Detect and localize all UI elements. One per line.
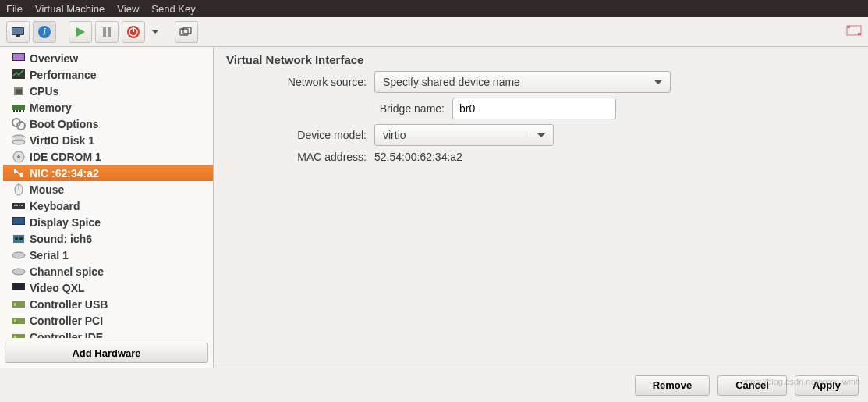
sidebar-item-channel-spice[interactable]: Channel spice	[3, 263, 213, 279]
svg-rect-38	[14, 205, 16, 206]
hardware-list: OverviewPerformanceCPUsMemoryBoot Option…	[3, 50, 213, 338]
cdrom-icon	[8, 150, 30, 164]
bridge-name-input[interactable]	[452, 98, 616, 119]
add-hardware-button[interactable]: Add Hardware	[5, 343, 208, 363]
panel-title: Virtual Network Interface	[226, 53, 856, 66]
sidebar-item-nic-62-34-a2[interactable]: NIC :62:34:a2	[3, 165, 213, 181]
sidebar-item-mouse[interactable]: Mouse	[3, 181, 213, 197]
mouse-icon	[8, 183, 30, 197]
nic-icon	[8, 166, 30, 180]
svg-rect-24	[19, 110, 21, 112]
bridge-name-label: Bridge name:	[226, 102, 452, 115]
sidebar-item-label: Memory	[30, 101, 72, 114]
sidebar: OverviewPerformanceCPUsMemoryBoot Option…	[0, 47, 214, 368]
snapshots-button[interactable]	[175, 21, 198, 43]
svg-rect-12	[183, 27, 191, 34]
sidebar-item-controller-usb[interactable]: Controller USB	[3, 296, 213, 312]
svg-rect-7	[108, 27, 111, 37]
sidebar-item-controller-pci[interactable]: Controller PCI	[3, 312, 213, 329]
sidebar-item-ide-cdrom-1[interactable]: IDE CDROM 1	[3, 148, 213, 165]
window-indicator-icon	[846, 25, 862, 39]
main-area: OverviewPerformanceCPUsMemoryBoot Option…	[0, 47, 868, 368]
sidebar-item-label: Controller USB	[30, 298, 108, 311]
svg-rect-52	[14, 303, 16, 306]
svg-point-46	[19, 237, 23, 240]
network-source-select[interactable]: Specify shared device name	[374, 71, 671, 93]
footer: Remove Cancel Apply	[0, 368, 868, 402]
svg-point-45	[15, 237, 18, 240]
device-model-select[interactable]: virtio	[374, 124, 554, 146]
svg-rect-22	[13, 110, 15, 112]
network-source-label: Network source:	[226, 76, 374, 88]
disk-icon	[8, 133, 30, 148]
sidebar-item-label: Controller IDE	[30, 331, 103, 339]
keyboard-icon	[8, 199, 30, 213]
svg-rect-10	[133, 27, 134, 32]
svg-rect-11	[180, 29, 188, 35]
play-icon	[75, 27, 86, 37]
sidebar-item-label: Channel spice	[30, 265, 104, 278]
sidebar-item-video-qxl[interactable]: Video QXL	[3, 279, 213, 296]
menu-virtual-machine[interactable]: Virtual Machine	[35, 3, 105, 15]
shutdown-menu-button[interactable]	[148, 21, 162, 43]
svg-rect-25	[23, 110, 24, 112]
run-button[interactable]	[69, 21, 92, 43]
svg-rect-15	[858, 33, 861, 35]
device-model-label: Device model:	[226, 129, 374, 141]
svg-rect-33	[14, 169, 16, 173]
serial-icon	[8, 248, 30, 262]
details-button[interactable]: i	[33, 21, 56, 43]
svg-point-32	[17, 155, 20, 158]
svg-point-30	[12, 140, 25, 144]
sidebar-item-label: Display Spice	[30, 216, 101, 229]
cpu-icon	[8, 84, 30, 98]
sidebar-item-label: Keyboard	[30, 200, 80, 212]
shutdown-button[interactable]	[122, 21, 145, 43]
sound-icon	[8, 232, 30, 246]
menu-file[interactable]: File	[6, 3, 23, 15]
menu-send-key[interactable]: Send Key	[151, 3, 195, 15]
svg-rect-21	[12, 105, 25, 110]
device-model-value: virtio	[383, 129, 406, 141]
svg-rect-40	[19, 205, 20, 206]
sidebar-item-label: Mouse	[30, 183, 64, 196]
menubar: File Virtual Machine View Send Key	[0, 0, 868, 17]
sidebar-item-performance[interactable]: Performance	[3, 66, 213, 83]
sidebar-item-label: CPUs	[30, 85, 58, 98]
sidebar-item-overview[interactable]: Overview	[3, 50, 213, 66]
console-button[interactable]	[6, 21, 30, 43]
info-icon: i	[37, 25, 51, 39]
chevron-down-icon	[654, 80, 662, 84]
sidebar-item-keyboard[interactable]: Keyboard	[3, 197, 213, 214]
power-icon	[126, 25, 140, 39]
sidebar-item-label: Controller PCI	[30, 315, 103, 327]
sidebar-item-display-spice[interactable]: Display Spice	[3, 214, 213, 230]
mac-address-value: 52:54:00:62:34:a2	[374, 151, 462, 163]
svg-rect-6	[103, 27, 106, 37]
svg-rect-17	[13, 54, 24, 60]
perf-icon	[8, 68, 30, 82]
ide-icon	[8, 330, 30, 339]
sidebar-item-serial-1[interactable]: Serial 1	[3, 247, 213, 263]
chevron-down-icon	[537, 133, 545, 137]
sidebar-item-virtio-disk-1[interactable]: VirtIO Disk 1	[3, 132, 213, 148]
sidebar-item-cpus[interactable]: CPUs	[3, 83, 213, 99]
mac-address-label: MAC address:	[226, 151, 374, 163]
video-icon	[8, 281, 30, 295]
network-source-value: Specify shared device name	[383, 76, 520, 88]
toolbar: i	[0, 17, 868, 47]
svg-rect-41	[21, 205, 23, 206]
pause-button[interactable]	[95, 21, 119, 43]
sidebar-item-memory[interactable]: Memory	[3, 99, 213, 116]
svg-rect-50	[13, 283, 24, 290]
sidebar-item-sound-ich6[interactable]: Sound: ich6	[3, 230, 213, 247]
remove-button[interactable]: Remove	[635, 375, 710, 396]
svg-rect-34	[20, 173, 23, 177]
sidebar-item-controller-ide[interactable]: Controller IDE	[3, 329, 213, 338]
svg-rect-23	[16, 110, 18, 112]
boot-icon	[8, 117, 30, 131]
display-icon	[8, 215, 30, 229]
monitor-icon	[8, 52, 30, 66]
menu-view[interactable]: View	[117, 3, 139, 15]
sidebar-item-boot-options[interactable]: Boot Options	[3, 116, 213, 132]
